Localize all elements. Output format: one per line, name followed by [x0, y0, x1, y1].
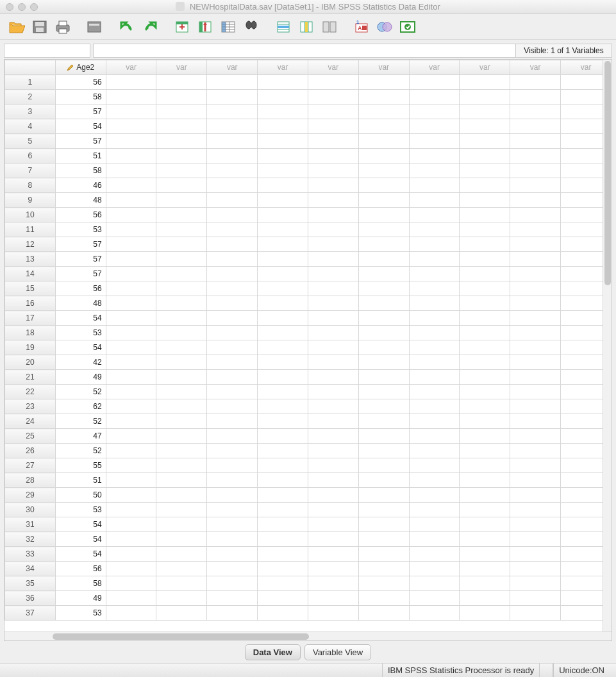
cell[interactable]	[308, 326, 358, 340]
row-header[interactable]: 16	[5, 296, 56, 311]
cell[interactable]	[358, 237, 409, 252]
cell[interactable]: 57	[55, 252, 106, 267]
column-header-empty[interactable]: var	[460, 60, 510, 75]
cell[interactable]	[106, 134, 156, 149]
cell[interactable]: 54	[55, 547, 106, 562]
column-header-empty[interactable]: var	[308, 60, 358, 75]
cell[interactable]	[308, 547, 358, 562]
cell[interactable]	[258, 281, 308, 296]
cell[interactable]	[358, 222, 409, 237]
cell[interactable]	[106, 267, 156, 281]
cell[interactable]	[409, 75, 460, 90]
cell[interactable]	[460, 104, 510, 119]
cell[interactable]	[308, 591, 358, 606]
cell[interactable]	[358, 90, 409, 104]
row-header[interactable]: 25	[5, 429, 56, 444]
cell[interactable]: 53	[55, 606, 106, 621]
cell[interactable]	[207, 208, 258, 222]
cell[interactable]	[409, 326, 460, 340]
cell[interactable]	[358, 488, 409, 503]
cell[interactable]	[358, 134, 409, 149]
cell[interactable]	[207, 414, 258, 429]
cell[interactable]	[358, 414, 409, 429]
cell[interactable]	[258, 562, 308, 576]
cell[interactable]	[156, 178, 207, 193]
cell[interactable]	[409, 444, 460, 458]
cell[interactable]	[106, 119, 156, 134]
cell[interactable]	[207, 532, 258, 547]
cell[interactable]	[510, 517, 561, 532]
cell[interactable]	[510, 458, 561, 473]
cell[interactable]	[156, 104, 207, 119]
cell[interactable]	[258, 399, 308, 414]
cell[interactable]	[308, 370, 358, 385]
cell[interactable]	[106, 591, 156, 606]
cell[interactable]	[460, 414, 510, 429]
cell[interactable]	[258, 547, 308, 562]
row-header[interactable]: 1	[5, 75, 56, 90]
cell[interactable]	[258, 119, 308, 134]
cell[interactable]	[106, 355, 156, 370]
cell[interactable]	[358, 562, 409, 576]
find-button[interactable]	[241, 17, 262, 37]
cell[interactable]	[358, 193, 409, 208]
cell[interactable]	[308, 503, 358, 517]
cell[interactable]	[106, 576, 156, 591]
cell[interactable]	[460, 208, 510, 222]
cell[interactable]: 49	[55, 370, 106, 385]
cell[interactable]	[409, 222, 460, 237]
cell[interactable]	[308, 134, 358, 149]
cell[interactable]	[358, 119, 409, 134]
cell[interactable]	[409, 163, 460, 178]
row-header[interactable]: 5	[5, 134, 56, 149]
cell[interactable]	[156, 296, 207, 311]
row-header[interactable]: 35	[5, 576, 56, 591]
row-header[interactable]: 23	[5, 399, 56, 414]
cell[interactable]	[156, 134, 207, 149]
cell[interactable]	[156, 90, 207, 104]
cell[interactable]	[510, 326, 561, 340]
cell[interactable]	[308, 444, 358, 458]
row-header[interactable]: 20	[5, 355, 56, 370]
row-header[interactable]: 12	[5, 237, 56, 252]
cell[interactable]	[207, 503, 258, 517]
cell[interactable]	[258, 193, 308, 208]
cell[interactable]	[106, 193, 156, 208]
cell[interactable]	[460, 458, 510, 473]
cell[interactable]	[460, 222, 510, 237]
cell[interactable]: 53	[55, 222, 106, 237]
cell[interactable]	[510, 547, 561, 562]
variables-button[interactable]	[218, 17, 238, 37]
cell[interactable]: 56	[55, 281, 106, 296]
cell[interactable]	[207, 222, 258, 237]
cell[interactable]	[308, 296, 358, 311]
cell[interactable]	[207, 119, 258, 134]
cell[interactable]	[409, 178, 460, 193]
cell[interactable]	[460, 355, 510, 370]
cell[interactable]: 54	[55, 311, 106, 326]
select-cases-button[interactable]	[374, 17, 395, 37]
cell[interactable]	[308, 149, 358, 163]
row-header[interactable]: 18	[5, 326, 56, 340]
cell[interactable]	[510, 193, 561, 208]
cell[interactable]	[258, 444, 308, 458]
tab-data-view[interactable]: Data View	[245, 644, 301, 660]
cell[interactable]	[106, 163, 156, 178]
row-header[interactable]: 4	[5, 119, 56, 134]
goto-variable-button[interactable]	[195, 17, 215, 37]
cell[interactable]	[409, 385, 460, 399]
cell[interactable]	[308, 385, 358, 399]
row-header[interactable]: 13	[5, 252, 56, 267]
cell[interactable]	[308, 414, 358, 429]
cell[interactable]	[409, 591, 460, 606]
cell[interactable]	[156, 149, 207, 163]
cell[interactable]	[510, 281, 561, 296]
row-header[interactable]: 19	[5, 340, 56, 355]
cell[interactable]	[258, 104, 308, 119]
cell[interactable]	[258, 591, 308, 606]
cell[interactable]	[358, 385, 409, 399]
cell[interactable]	[409, 429, 460, 444]
row-header[interactable]: 29	[5, 488, 56, 503]
cell[interactable]	[308, 193, 358, 208]
cell[interactable]	[156, 458, 207, 473]
